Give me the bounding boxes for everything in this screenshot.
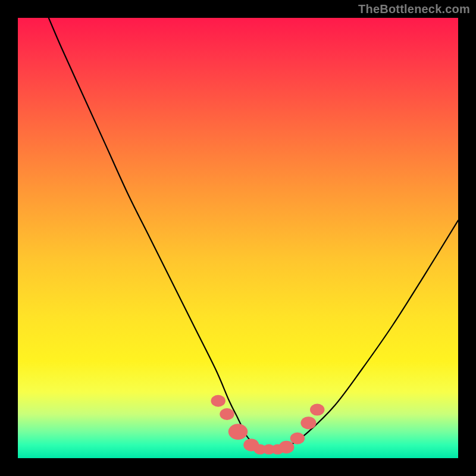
plot-area bbox=[18, 18, 458, 458]
curve-marker bbox=[310, 404, 324, 416]
curve-marker bbox=[300, 416, 316, 429]
chart-frame: TheBottleneck.com bbox=[0, 0, 476, 476]
curve-marker bbox=[228, 424, 248, 440]
curve-marker bbox=[290, 433, 305, 444]
curve-markers bbox=[211, 395, 324, 455]
watermark-text: TheBottleneck.com bbox=[358, 2, 470, 16]
bottleneck-curve bbox=[49, 18, 458, 450]
curve-marker bbox=[278, 441, 294, 453]
curve-marker bbox=[220, 408, 234, 420]
curve-layer bbox=[18, 18, 458, 458]
curve-marker bbox=[211, 395, 225, 407]
